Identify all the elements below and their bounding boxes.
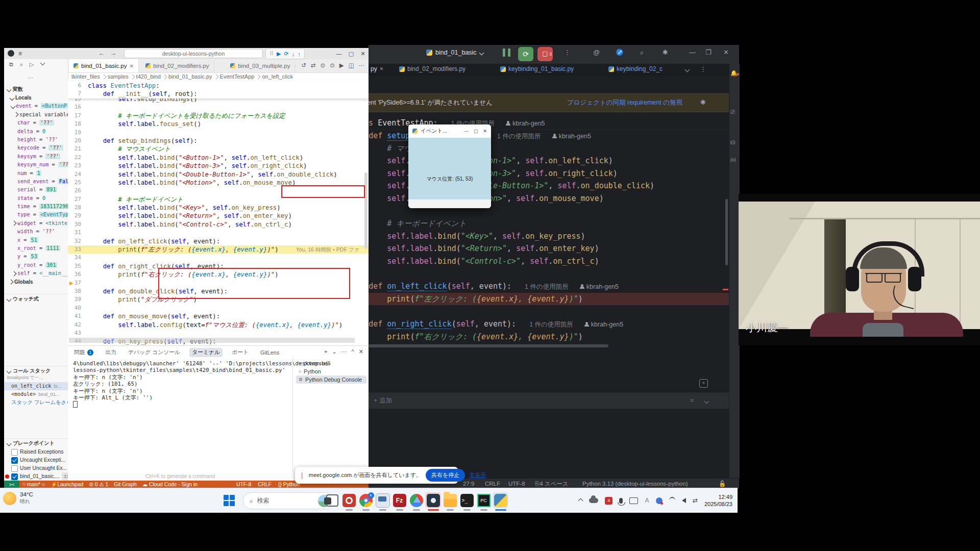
line-number[interactable]: 36 xyxy=(68,270,81,279)
terminal-output[interactable]: 4\bundled\libs\debugpy\launcher' '61248'… xyxy=(73,360,287,408)
code-line[interactable]: 24 self.label.bind("<Double-Button-1>", … xyxy=(68,170,369,179)
breadcrumb[interactable]: tkinter_filessamplest420_bindbind_01_bas… xyxy=(71,72,368,81)
taskbar-app-recorder-app[interactable] xyxy=(425,492,441,508)
maximize-icon[interactable]: ❐ xyxy=(705,48,712,56)
variable-row[interactable]: y_root = 301 xyxy=(4,261,68,269)
variables-x-icon[interactable]: (x) xyxy=(730,157,736,162)
line-number[interactable]: 39 xyxy=(68,295,81,304)
caret-position[interactable]: 27:9 xyxy=(463,479,474,489)
indent-setting[interactable]: ⎘ 4 スペース xyxy=(535,479,540,489)
breakpoint-row[interactable]: User Uncaught Ex... xyxy=(4,464,68,472)
line-number[interactable]: 31 xyxy=(68,229,81,237)
checkbox[interactable] xyxy=(11,449,18,456)
checkbox[interactable] xyxy=(11,465,18,472)
taskbar-app-chrome-profile[interactable]: k xyxy=(358,492,374,508)
variable-row[interactable]: num = 1 xyxy=(4,169,68,178)
screen-share-icon[interactable]: ⎚ xyxy=(730,109,735,115)
taskbar-app-terminal[interactable]: >_ xyxy=(459,492,475,508)
debugger-watch-row[interactable]: +追加 ⌗ xyxy=(369,392,729,409)
code-line[interactable]: 20 def setup_bindings(self): xyxy=(68,137,369,145)
variable-row[interactable]: delta = 0 xyxy=(4,128,68,136)
taskbar-app-pycharm[interactable]: PC xyxy=(476,492,492,508)
code-line[interactable]: 29 self.label.bind("<Return>", self.on_e… xyxy=(68,212,369,220)
layout-icon[interactable]: ⌗ xyxy=(690,392,694,409)
debug-icon[interactable]: ▷ xyxy=(30,61,34,68)
forward-icon[interactable]: → xyxy=(110,49,116,57)
menu-icon[interactable]: ≡ xyxy=(18,50,22,57)
clock[interactable]: 12:49 2025/08/23 xyxy=(704,493,732,508)
restart-icon[interactable]: ⟳ xyxy=(284,51,289,57)
gear-icon[interactable]: ✱ xyxy=(700,94,706,111)
taskbar-app-explorer[interactable] xyxy=(442,492,458,508)
line-number[interactable]: 19 xyxy=(68,129,81,137)
taskbar-app-red-app[interactable] xyxy=(341,492,357,508)
code-line[interactable]: print(f"右クリック: ({event.x}, {event.y})") xyxy=(369,331,729,343)
callstack-frame[interactable]: <module>bind_01... xyxy=(4,390,68,398)
ime-a-icon[interactable]: A xyxy=(645,497,649,504)
drag-handle-icon[interactable]: ⠿ xyxy=(270,51,274,57)
variable-row[interactable]: type = <EventTyp xyxy=(4,211,68,219)
variable-row[interactable]: width = '??' xyxy=(4,228,68,236)
line-number[interactable]: 25 xyxy=(68,179,81,187)
more-icon[interactable]: ⋮ xyxy=(700,64,706,74)
settings-gear-icon[interactable]: ✱ xyxy=(663,48,668,56)
line-number[interactable]: 40 xyxy=(68,304,81,312)
tab-bind_03_multiple.py[interactable]: bind_03_multiple.py xyxy=(226,59,295,72)
line-number[interactable]: 28 xyxy=(68,204,81,212)
panel-tab-ポート[interactable]: ポート xyxy=(229,348,251,357)
code-line[interactable]: # キーボードイベント xyxy=(369,217,729,230)
line-number[interactable]: 23 xyxy=(68,162,81,170)
console-item-powershell[interactable]: ⌗powershell xyxy=(296,359,366,367)
minimize-icon[interactable]: — xyxy=(464,129,469,134)
pause-icon[interactable]: ▌▌ xyxy=(503,48,513,56)
pen-icon[interactable]: ⇄ xyxy=(693,497,698,504)
copy-icon[interactable]: ⧉ xyxy=(9,61,13,68)
variable-row[interactable]: state = 0 xyxy=(4,194,68,203)
code-line[interactable]: 30 self.label.bind("<Control-c>", self.o… xyxy=(68,220,369,229)
cast-icon[interactable] xyxy=(629,497,638,504)
code-line[interactable]: 18 self.label.focus_set() xyxy=(68,120,369,128)
variables-title[interactable]: 変数 xyxy=(4,85,68,94)
code-line[interactable]: 32 def on_left_click(self, event): xyxy=(68,237,369,245)
code-line[interactable]: self.label.bind("<Control-c>", self.on_c… xyxy=(369,255,729,268)
taskbar-app-task-view[interactable] xyxy=(324,492,340,508)
maximize-icon[interactable]: ▢ xyxy=(346,48,357,59)
variable-row[interactable]: keysym = '??' xyxy=(4,153,68,161)
console-item-Python Debug Console[interactable]: ⚙Python Debug Console xyxy=(296,375,366,384)
tab-bind_02_modifiers.py[interactable]: bind_02_modifiers.py xyxy=(141,59,214,72)
breadcrumb-item[interactable]: bind_01_basic.py xyxy=(168,73,212,80)
minimize-icon[interactable]: — xyxy=(689,48,696,56)
volume-icon[interactable] xyxy=(682,498,686,503)
tab-bind_01_basic.py[interactable]: bind_01_basic.py✕ xyxy=(69,59,139,72)
code-line[interactable]: self.label.bind("<Return>", self.on_ente… xyxy=(369,242,729,255)
layout-grid-icon[interactable]: + xyxy=(699,379,708,388)
wifi-icon[interactable] xyxy=(669,497,675,504)
variable-row[interactable]: event = <ButtonPr... xyxy=(4,102,68,110)
callstack-frame[interactable]: on_left_clickbi... xyxy=(4,382,68,390)
badge-4-icon[interactable]: 4 xyxy=(605,497,612,505)
history-icon[interactable]: ↺ xyxy=(301,62,306,69)
file-encoding[interactable]: UTF-8 xyxy=(508,479,525,489)
line-number[interactable]: 34 xyxy=(68,254,81,262)
code-line[interactable]: 28 self.label.bind("<Key>", self.on_key_… xyxy=(68,204,369,212)
code-line[interactable]: 16 xyxy=(68,103,369,111)
globals-row[interactable]: Globals xyxy=(4,278,68,286)
code-area[interactable]: 15 self.setup_bindings()1617 # キーボードイベント… xyxy=(68,95,369,345)
line-number[interactable]: 24 xyxy=(68,170,81,179)
code-line[interactable] xyxy=(369,268,729,281)
more-icon[interactable]: ⋯ xyxy=(28,74,33,81)
code-line[interactable]: def on_left_click(self, event):1 件の使用箇所k… xyxy=(369,280,729,293)
checkbox[interactable] xyxy=(11,473,18,480)
line-number[interactable]: 38 xyxy=(68,287,81,295)
code-line[interactable]: 40 xyxy=(68,304,369,312)
onedrive-icon[interactable] xyxy=(589,498,598,503)
console-item-Python[interactable]: ⌗Python xyxy=(296,367,366,375)
breakpoint-row[interactable]: Raised Exceptions xyxy=(4,448,68,456)
load-more-frames-link[interactable]: スタック フレームをさらに読み込 xyxy=(4,398,68,407)
usage-hint[interactable]: 1 件の使用箇所 xyxy=(525,281,569,293)
back-circle-icon[interactable]: ⊙ xyxy=(320,62,325,69)
line-number[interactable]: 42 xyxy=(68,321,81,329)
more-icon[interactable]: ⋮ xyxy=(564,48,571,56)
variable-row[interactable]: char = '??' xyxy=(4,119,68,127)
locals-row[interactable]: Locals xyxy=(4,94,68,102)
